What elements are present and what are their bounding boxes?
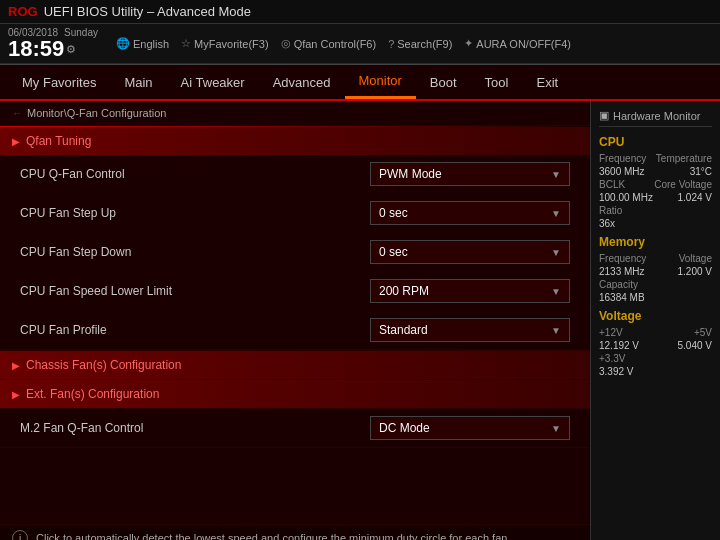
- fan-icon: ◎: [281, 37, 291, 50]
- my-favorite-button[interactable]: ☆ MyFavorite(F3): [181, 37, 269, 50]
- v33-value: 3.392 V: [599, 366, 633, 377]
- ext-expand-icon: ▶: [12, 389, 20, 400]
- speed-limit-arrow: ▼: [551, 286, 561, 297]
- v5-label: +5V: [694, 327, 712, 338]
- voltage-section-title: Voltage: [599, 309, 712, 323]
- mem-capacity-row: Capacity: [599, 279, 712, 290]
- v33-val-row: 3.392 V: [599, 366, 712, 377]
- search-button[interactable]: ? Search(F9): [388, 38, 452, 50]
- cpu-fan-profile-value: Standard: [379, 323, 428, 337]
- cpu-fan-speed-limit-row: CPU Fan Speed Lower Limit 200 RPM ▼: [0, 272, 590, 311]
- mem-voltage-label: Voltage: [679, 253, 712, 264]
- qfan-section-header[interactable]: ▶ Qfan Tuning: [0, 127, 590, 155]
- cpu-bclk-value: 100.00 MHz: [599, 192, 653, 203]
- v12-row: +12V +5V: [599, 327, 712, 338]
- chassis-section-label: Chassis Fan(s) Configuration: [26, 358, 181, 372]
- nav-tool[interactable]: Tool: [471, 67, 523, 98]
- language-icon: 🌐: [116, 37, 130, 50]
- day-display: Sunday: [64, 27, 98, 38]
- mem-capacity-label: Capacity: [599, 279, 638, 290]
- breadcrumb-arrow: ←: [12, 107, 23, 119]
- step-up-arrow: ▼: [551, 208, 561, 219]
- cpu-fan-step-down-dropdown[interactable]: 0 sec ▼: [370, 240, 570, 264]
- info-icon: i: [12, 530, 28, 540]
- info-notice: i Click to automatically detect the lowe…: [0, 524, 590, 540]
- cpu-freq-label: Frequency: [599, 153, 646, 164]
- cpu-freq-row: Frequency Temperature: [599, 153, 712, 164]
- v33-row: +3.3V: [599, 353, 712, 364]
- cpu-fan-profile-dropdown[interactable]: Standard ▼: [370, 318, 570, 342]
- memory-section-title: Memory: [599, 235, 712, 249]
- gear-icon[interactable]: ⚙: [66, 43, 76, 56]
- cpu-bclk-row: BCLK Core Voltage: [599, 179, 712, 190]
- rog-logo: ROG: [8, 4, 38, 19]
- monitor-icon: ▣: [599, 109, 609, 122]
- title-text: UEFI BIOS Utility – Advanced Mode: [44, 4, 251, 19]
- time-display: 18:59: [8, 38, 64, 60]
- v12-label: +12V: [599, 327, 623, 338]
- nav-boot[interactable]: Boot: [416, 67, 471, 98]
- cpu-fan-speed-limit-dropdown[interactable]: 200 RPM ▼: [370, 279, 570, 303]
- v12-val-row: 12.192 V 5.040 V: [599, 340, 712, 351]
- cpu-fan-step-down-row: CPU Fan Step Down 0 sec ▼: [0, 233, 590, 272]
- chassis-section-header[interactable]: ▶ Chassis Fan(s) Configuration: [0, 351, 590, 379]
- cpu-qfan-label: CPU Q-Fan Control: [20, 167, 370, 181]
- v33-label: +3.3V: [599, 353, 625, 364]
- qfan-section-content: CPU Q-Fan Control PWM Mode ▼ CPU Fan Ste…: [0, 155, 590, 350]
- cpu-fan-speed-limit-value: 200 RPM: [379, 284, 429, 298]
- datetime: 06/03/2018 Sunday 18:59 ⚙: [8, 27, 98, 60]
- m2-section-content: M.2 Fan Q-Fan Control DC Mode ▼: [0, 409, 590, 448]
- cpu-temp-value: 31°C: [690, 166, 712, 177]
- cpu-fan-speed-limit-label: CPU Fan Speed Lower Limit: [20, 284, 370, 298]
- cpu-qfan-arrow: ▼: [551, 169, 561, 180]
- m2-fan-label: M.2 Fan Q-Fan Control: [20, 421, 370, 435]
- cpu-ratio-label: Ratio: [599, 205, 622, 216]
- cpu-bclk-label: BCLK: [599, 179, 625, 190]
- aura-button[interactable]: ✦ AURA ON/OFF(F4): [464, 37, 571, 50]
- nav-ai-tweaker[interactable]: Ai Tweaker: [167, 67, 259, 98]
- m2-fan-row: M.2 Fan Q-Fan Control DC Mode ▼: [0, 409, 590, 447]
- mem-capacity-value: 16384 MB: [599, 292, 645, 303]
- notice-text: Click to automatically detect the lowest…: [36, 532, 510, 540]
- search-icon: ?: [388, 38, 394, 50]
- m2-fan-value: DC Mode: [379, 421, 430, 435]
- mem-freq-val-row: 2133 MHz 1.200 V: [599, 266, 712, 277]
- cpu-ratio-value: 36x: [599, 218, 615, 229]
- step-down-arrow: ▼: [551, 247, 561, 258]
- cpu-fan-step-up-row: CPU Fan Step Up 0 sec ▼: [0, 194, 590, 233]
- mem-freq-label: Frequency: [599, 253, 646, 264]
- cpu-fan-profile-label: CPU Fan Profile: [20, 323, 370, 337]
- aura-icon: ✦: [464, 37, 473, 50]
- nav-advanced[interactable]: Advanced: [259, 67, 345, 98]
- qfan-expand-icon: ▶: [12, 136, 20, 147]
- cpu-qfan-dropdown[interactable]: PWM Mode ▼: [370, 162, 570, 186]
- profile-arrow: ▼: [551, 325, 561, 336]
- cpu-fan-step-down-value: 0 sec: [379, 245, 408, 259]
- nav-main[interactable]: Main: [110, 67, 166, 98]
- cpu-ratio-val-row: 36x: [599, 218, 712, 229]
- language-selector[interactable]: 🌐 English: [116, 37, 169, 50]
- v12-value: 12.192 V: [599, 340, 639, 351]
- star-icon: ☆: [181, 37, 191, 50]
- cpu-fan-step-up-dropdown[interactable]: 0 sec ▼: [370, 201, 570, 225]
- nav-my-favorites[interactable]: My Favorites: [8, 67, 110, 98]
- nav-monitor[interactable]: Monitor: [345, 65, 416, 99]
- mem-capacity-val-row: 16384 MB: [599, 292, 712, 303]
- cpu-core-voltage-value: 1.024 V: [678, 192, 712, 203]
- hardware-monitor-title: ▣ Hardware Monitor: [599, 109, 712, 127]
- cpu-fan-step-down-label: CPU Fan Step Down: [20, 245, 370, 259]
- cpu-freq-value: 3600 MHz: [599, 166, 645, 177]
- mem-freq-row: Frequency Voltage: [599, 253, 712, 264]
- ext-section-header[interactable]: ▶ Ext. Fan(s) Configuration: [0, 380, 590, 408]
- v5-value: 5.040 V: [678, 340, 712, 351]
- cpu-temp-label: Temperature: [656, 153, 712, 164]
- breadcrumb-path: Monitor\Q-Fan Configuration: [27, 107, 166, 119]
- qfan-section-label: Qfan Tuning: [26, 134, 91, 148]
- qfan-button[interactable]: ◎ Qfan Control(F6): [281, 37, 377, 50]
- nav-exit[interactable]: Exit: [522, 67, 572, 98]
- m2-arrow: ▼: [551, 423, 561, 434]
- cpu-fan-step-up-value: 0 sec: [379, 206, 408, 220]
- chassis-expand-icon: ▶: [12, 360, 20, 371]
- mem-voltage-value: 1.200 V: [678, 266, 712, 277]
- m2-fan-dropdown[interactable]: DC Mode ▼: [370, 416, 570, 440]
